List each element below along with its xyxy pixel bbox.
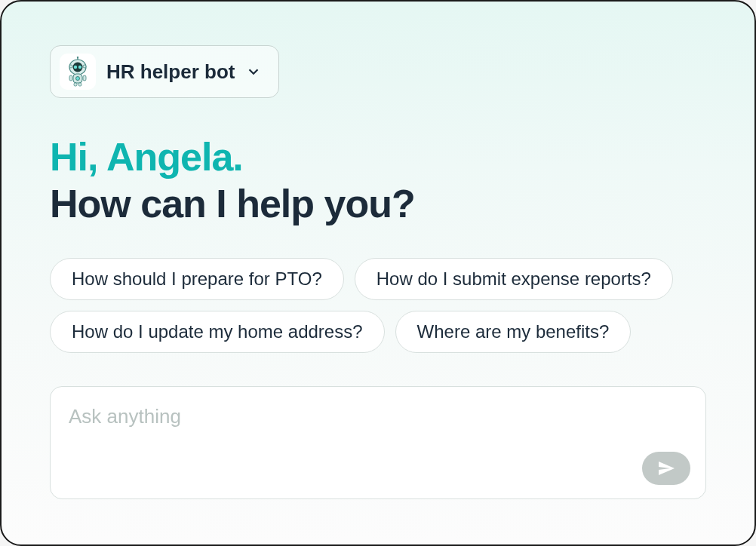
svg-rect-10	[69, 75, 72, 81]
suggestion-chip-address[interactable]: How do I update my home address?	[50, 311, 385, 353]
bot-selector[interactable]: HR helper bot	[50, 45, 279, 98]
svg-point-5	[83, 65, 86, 68]
svg-rect-13	[78, 83, 81, 86]
robot-icon	[63, 57, 93, 87]
bot-name-label: HR helper bot	[106, 60, 235, 84]
ask-input[interactable]	[69, 405, 687, 428]
svg-point-7	[77, 57, 78, 58]
suggestion-chip-pto[interactable]: How should I prepare for PTO?	[50, 258, 344, 300]
svg-point-3	[78, 66, 81, 69]
suggestion-chip-expense[interactable]: How do I submit expense reports?	[355, 258, 673, 300]
svg-rect-11	[83, 75, 86, 81]
greeting-block: Hi, Angela. How can I help you?	[50, 134, 706, 226]
suggestion-chips: How should I prepare for PTO? How do I s…	[50, 258, 706, 353]
greeting-help: How can I help you?	[50, 181, 706, 226]
bot-avatar	[60, 54, 96, 90]
svg-point-9	[76, 77, 80, 81]
chat-card: HR helper bot Hi, Angela. How can I help…	[0, 0, 756, 546]
send-icon	[657, 459, 675, 477]
svg-rect-12	[74, 83, 77, 86]
input-area	[50, 386, 706, 499]
suggestion-chip-benefits[interactable]: Where are my benefits?	[395, 311, 632, 353]
greeting-hi: Hi, Angela.	[50, 134, 706, 179]
svg-point-4	[69, 65, 72, 68]
svg-point-2	[74, 66, 77, 69]
chevron-down-icon	[245, 63, 262, 80]
send-button[interactable]	[642, 452, 690, 485]
